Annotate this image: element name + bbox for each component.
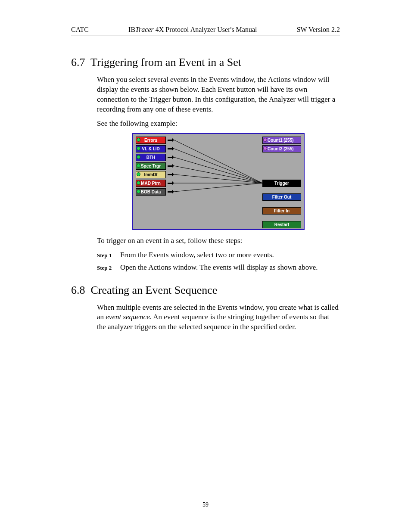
step-label: Step 1 [97, 250, 120, 260]
event-button[interactable]: BOB Data [136, 188, 166, 196]
action-button[interactable]: Restart [262, 221, 301, 228]
status-dot-icon [137, 146, 140, 150]
steps-list: Step 1From the Events window, select two… [97, 250, 340, 273]
event-button[interactable]: BTH [136, 154, 166, 161]
header-center: IBTracer 4X Protocol Analyzer User's Man… [128, 26, 257, 34]
connector-stub-icon [168, 148, 172, 149]
page-header: CATC IBTracer 4X Protocol Analyzer User'… [71, 26, 340, 35]
step-text: Open the Actions window. The events will… [120, 263, 318, 273]
action-button[interactable]: Filter In [262, 207, 301, 215]
counter-button[interactable]: Count2 (255) [262, 145, 301, 152]
status-dot-icon [137, 155, 140, 159]
status-dot-icon [137, 181, 140, 185]
header-right: SW Version 2.2 [297, 26, 340, 34]
section1-after-fig: To trigger on an event in a set, follow … [97, 236, 340, 246]
section-heading-6-8: 6.8 Creating an Event Sequence [71, 284, 340, 297]
section1-para1: When you select several events in the Ev… [97, 75, 340, 115]
section2-para1: When multiple events are selected in the… [97, 303, 340, 333]
section-heading-6-7: 6.7 Triggering from an Event in a Set [71, 56, 340, 69]
status-dot-icon [263, 146, 267, 150]
connector-stub-icon [168, 165, 172, 167]
connector-stub-icon [168, 157, 172, 158]
event-button[interactable]: Errors [136, 137, 166, 144]
step-text: From the Events window, select two or mo… [120, 250, 274, 260]
step-row: Step 1From the Events window, select two… [97, 250, 340, 260]
header-left: CATC [71, 26, 89, 34]
connector-stub-icon [168, 191, 172, 193]
status-dot-icon [137, 138, 140, 142]
status-dot-icon [263, 138, 267, 142]
status-dot-icon [137, 190, 140, 193]
step-label: Step 2 [97, 263, 120, 273]
event-button[interactable]: VL & LID [136, 145, 166, 152]
page-number: 59 [0, 501, 411, 508]
step-row: Step 2Open the Actions window. The event… [97, 263, 340, 273]
connector-stub-icon [168, 140, 172, 141]
counter-button[interactable]: Count1 (255) [262, 137, 301, 144]
connector-stub-icon [168, 174, 172, 175]
event-button[interactable]: Spec Trgr [136, 162, 166, 170]
event-button[interactable]: ImmDt [136, 171, 166, 178]
event-button[interactable]: MAD Ptrn [136, 180, 166, 187]
section1-para2: See the following example: [97, 119, 340, 129]
connector-stub-icon [168, 183, 172, 184]
status-dot-icon [137, 164, 140, 168]
action-button[interactable]: Trigger [262, 180, 301, 187]
status-dot-icon [137, 172, 140, 176]
action-button[interactable]: Filter Out [262, 193, 301, 201]
actions-window-diagram: ErrorsVL & LIDBTHSpec TrgrImmDtMAD PtrnB… [132, 133, 305, 230]
